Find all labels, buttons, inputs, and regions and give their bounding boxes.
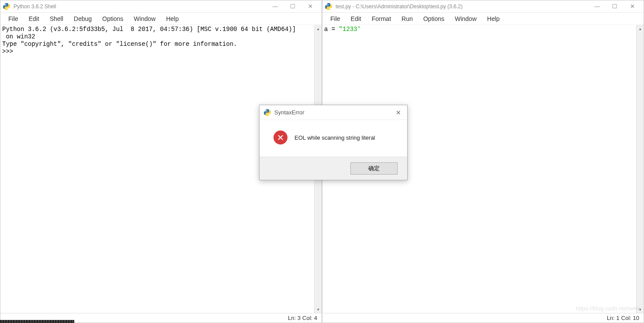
dialog-close-button[interactable]: ✕ bbox=[394, 108, 403, 117]
shell-banner-line1: Python 3.6.2 (v3.6.2:5fd33b5, Jul 8 2017… bbox=[2, 26, 296, 33]
editor-scrollbar[interactable]: ▴ ▾ bbox=[636, 25, 644, 313]
scroll-up-icon[interactable]: ▴ bbox=[637, 25, 644, 32]
menu-window[interactable]: Window bbox=[450, 14, 482, 24]
code-prefix: a = bbox=[324, 26, 339, 33]
svg-point-0 bbox=[5, 3, 6, 4]
python-icon bbox=[3, 3, 10, 10]
menu-run[interactable]: Run bbox=[396, 14, 418, 24]
window-controls: — ☐ ✕ bbox=[593, 2, 641, 11]
minimize-button[interactable]: — bbox=[271, 2, 280, 11]
menu-help[interactable]: Help bbox=[482, 14, 505, 24]
shell-banner-line3: Type "copyright", "credits" or "license(… bbox=[2, 41, 237, 48]
shell-titlebar: Python 3.6.2 Shell — ☐ ✕ bbox=[0, 0, 322, 13]
menu-help[interactable]: Help bbox=[161, 14, 184, 24]
svg-point-3 bbox=[329, 9, 330, 10]
code-string: "1233' bbox=[339, 26, 361, 33]
dialog-message: EOL while scanning string literal bbox=[294, 134, 375, 141]
menu-file[interactable]: File bbox=[3, 14, 24, 24]
shell-prompt: >>> bbox=[2, 48, 17, 55]
dialog-footer: 确定 bbox=[260, 157, 407, 180]
python-icon bbox=[264, 109, 271, 116]
menu-debug[interactable]: Debug bbox=[69, 14, 97, 24]
watermark: https://blog.csdn.net/weix bbox=[576, 305, 640, 312]
dialog-ok-button[interactable]: 确定 bbox=[350, 162, 398, 175]
shell-banner-line2: on win32 bbox=[2, 33, 35, 40]
editor-title: test.py - C:\Users\Administrator\Desktop… bbox=[336, 3, 593, 10]
taskbar-fragment bbox=[0, 320, 74, 323]
minimize-button[interactable]: — bbox=[593, 2, 602, 11]
scroll-up-icon[interactable]: ▴ bbox=[315, 25, 322, 32]
syntax-error-dialog: SyntaxError ✕ EOL while scanning string … bbox=[259, 105, 408, 180]
editor-statusbar: Ln: 1 Col: 10 bbox=[322, 313, 644, 323]
dialog-titlebar: SyntaxError ✕ bbox=[260, 105, 407, 120]
menu-window[interactable]: Window bbox=[128, 14, 161, 24]
menu-format[interactable]: Format bbox=[367, 14, 396, 24]
close-button[interactable]: ✕ bbox=[628, 2, 637, 11]
shell-status-ln: Ln: 3 bbox=[288, 315, 301, 321]
error-icon bbox=[274, 131, 287, 144]
maximize-button[interactable]: ☐ bbox=[610, 2, 619, 11]
scroll-down-icon[interactable]: ▾ bbox=[315, 306, 322, 313]
menu-file[interactable]: File bbox=[325, 14, 346, 24]
dialog-title: SyntaxError bbox=[274, 109, 394, 116]
svg-point-4 bbox=[266, 110, 267, 110]
close-button[interactable]: ✕ bbox=[306, 2, 315, 11]
editor-status-col: Col: 10 bbox=[621, 315, 639, 321]
menu-options[interactable]: Options bbox=[97, 14, 128, 24]
svg-point-2 bbox=[327, 3, 328, 4]
dialog-body: EOL while scanning string literal bbox=[260, 120, 407, 157]
maximize-button[interactable]: ☐ bbox=[288, 2, 297, 11]
shell-status-col: Col: 4 bbox=[302, 315, 317, 321]
svg-point-5 bbox=[268, 115, 269, 116]
editor-menubar: File Edit Format Run Options Window Help bbox=[322, 13, 644, 25]
menu-options[interactable]: Options bbox=[418, 14, 450, 24]
menu-edit[interactable]: Edit bbox=[346, 14, 367, 24]
shell-title: Python 3.6.2 Shell bbox=[14, 3, 271, 10]
editor-status-ln: Ln: 1 bbox=[607, 315, 620, 321]
shell-menubar: File Edit Shell Debug Options Window Hel… bbox=[0, 13, 322, 25]
python-icon bbox=[325, 3, 332, 10]
svg-point-1 bbox=[7, 9, 8, 10]
window-controls: — ☐ ✕ bbox=[271, 2, 319, 11]
menu-shell[interactable]: Shell bbox=[45, 14, 69, 24]
editor-titlebar: test.py - C:\Users\Administrator\Desktop… bbox=[322, 0, 644, 13]
menu-edit[interactable]: Edit bbox=[24, 14, 45, 24]
